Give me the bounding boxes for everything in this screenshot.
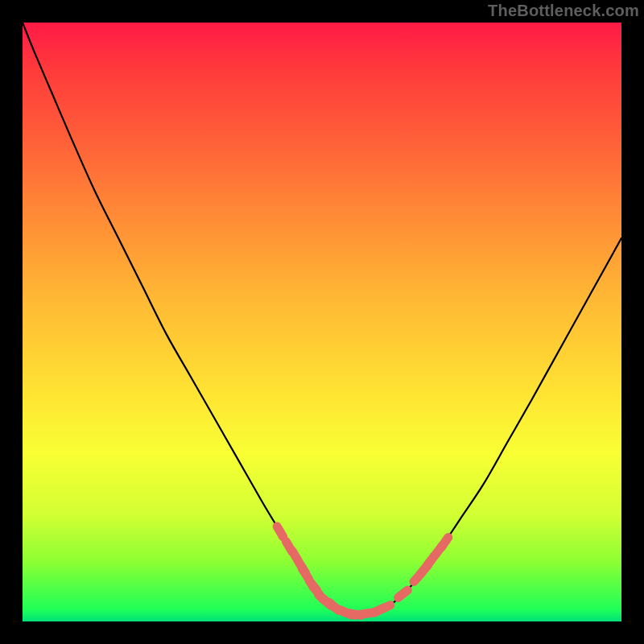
chart-frame: TheBottleneck.com <box>0 0 644 644</box>
curve-marker <box>398 590 408 597</box>
watermark-text: TheBottleneck.com <box>488 2 639 20</box>
curve-marker <box>441 538 448 547</box>
curve-marker <box>277 526 283 537</box>
curve-markers <box>277 526 448 615</box>
bottleneck-curve <box>23 23 621 614</box>
curve-marker <box>379 605 390 610</box>
chart-svg <box>23 23 621 621</box>
